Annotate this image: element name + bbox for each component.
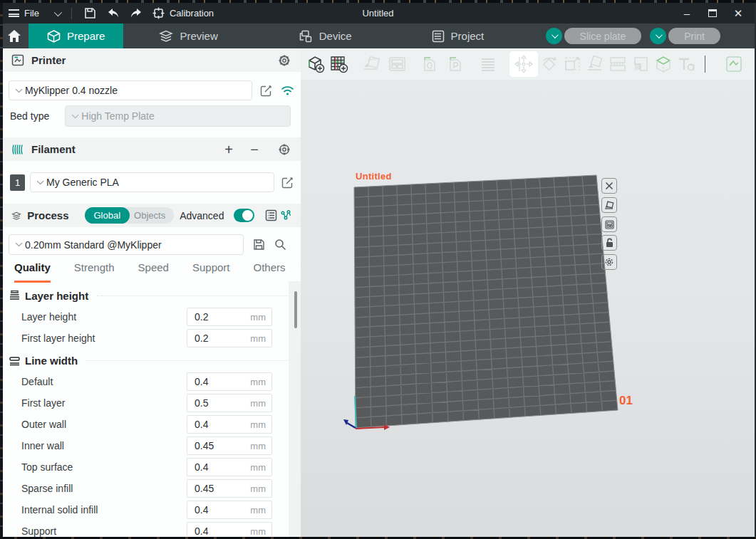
- toggle-knob: [242, 210, 253, 221]
- redo-icon: [129, 8, 143, 19]
- setting-unit: mm: [250, 377, 266, 387]
- setting-unit: mm: [250, 483, 266, 494]
- edit-printer-button[interactable]: [258, 83, 274, 98]
- chevron-down-icon: [16, 85, 23, 93]
- outer-wall-line-width-input[interactable]: 0.4 mm: [187, 415, 272, 434]
- maximize-button[interactable]: [705, 6, 720, 21]
- advanced-label: Advanced: [180, 210, 224, 221]
- arrange-plate-button[interactable]: [601, 216, 617, 232]
- slice-split-button: Slice plate: [546, 28, 642, 44]
- settings-scrollbar-track[interactable]: [289, 281, 301, 537]
- setting-row-layer-height: Layer height 0.2 mm: [21, 308, 272, 326]
- viewport-3d[interactable]: AUTO: [301, 48, 755, 537]
- lock-plate-button[interactable]: [601, 235, 617, 251]
- setting-label: First layer height: [21, 333, 187, 344]
- minimize-button[interactable]: –: [679, 6, 695, 21]
- build-plate[interactable]: [301, 48, 755, 537]
- setting-unit: mm: [250, 419, 266, 430]
- process-preset-select[interactable]: 0.20mm Standard @MyKlipper: [9, 234, 244, 255]
- delete-plate-button[interactable]: [601, 178, 617, 194]
- project-icon: [432, 30, 445, 43]
- save-preset-button[interactable]: [251, 237, 266, 253]
- undo-button[interactable]: [104, 6, 123, 21]
- first-layer-height-input[interactable]: 0.2 mm: [187, 329, 272, 347]
- setting-value: 0.4: [195, 461, 250, 473]
- plate-name-label[interactable]: Untitled: [356, 171, 392, 182]
- printer-preset-select[interactable]: MyKlipper 0.4 nozzle: [9, 80, 252, 100]
- setting-unit: mm: [250, 333, 266, 344]
- default-line-width-input[interactable]: 0.4 mm: [187, 372, 272, 391]
- x-icon: [605, 182, 613, 190]
- sidebar-panel: Printer MyKlipper 0.4 nozzle: [3, 48, 301, 537]
- tab-strength[interactable]: Strength: [74, 261, 115, 283]
- process-tabs: Quality Strength Speed Support Others: [14, 261, 289, 283]
- calibration-button[interactable]: Calibration: [152, 3, 214, 23]
- filament-preset-select[interactable]: My Generic PLA: [30, 172, 274, 192]
- tab-support[interactable]: Support: [192, 261, 230, 283]
- slice-plate-button[interactable]: Slice plate: [564, 28, 642, 44]
- remove-filament-button[interactable]: −: [245, 142, 264, 157]
- print-button[interactable]: Print: [668, 28, 720, 44]
- chevron-down-icon: [72, 111, 79, 118]
- close-button[interactable]: ✕: [730, 6, 746, 21]
- chevron-down-icon: [656, 31, 663, 38]
- tab-preview-label: Preview: [180, 30, 217, 42]
- setting-row-sparse-infill: Sparse infill 0.45 mm: [21, 479, 272, 498]
- first-layer-line-width-input[interactable]: 0.5 mm: [187, 394, 272, 412]
- setting-value: 0.4: [195, 419, 250, 430]
- home-button[interactable]: [0, 23, 29, 48]
- top-surface-line-width-input[interactable]: 0.4 mm: [187, 458, 272, 476]
- print-dropdown-button[interactable]: [650, 28, 666, 44]
- layer-height-input[interactable]: 0.2 mm: [187, 308, 272, 326]
- tab-quality[interactable]: Quality: [14, 261, 51, 283]
- slice-dropdown-button[interactable]: [546, 28, 562, 44]
- filament-settings-button[interactable]: [276, 142, 292, 157]
- setting-row-support: Support 0.4 mm: [21, 522, 272, 537]
- chevron-down-icon: [16, 239, 23, 246]
- settings-scrollbar-thumb[interactable]: [294, 291, 297, 328]
- global-segment[interactable]: Global: [85, 207, 130, 224]
- save-button[interactable]: [81, 6, 100, 21]
- setting-unit: mm: [250, 441, 266, 451]
- setting-value: 0.4: [195, 504, 250, 516]
- tab-device[interactable]: Device: [281, 23, 371, 48]
- internal-solid-infill-line-width-input[interactable]: 0.4 mm: [187, 501, 272, 519]
- global-objects-toggle[interactable]: Global Objects: [85, 207, 175, 224]
- add-filament-button[interactable]: +: [219, 142, 238, 157]
- prepare-icon: [47, 30, 61, 43]
- tab-others[interactable]: Others: [254, 261, 286, 283]
- filament-section-title: Filament: [31, 143, 76, 155]
- printer-settings-button[interactable]: [276, 53, 292, 68]
- tab-preview[interactable]: Preview: [140, 23, 236, 48]
- window-edge-top: [0, 0, 756, 3]
- tab-project[interactable]: Project: [413, 23, 503, 48]
- orient-plate-button[interactable]: [601, 197, 617, 213]
- tab-speed[interactable]: Speed: [138, 261, 169, 283]
- inner-wall-line-width-input[interactable]: 0.45 mm: [187, 436, 272, 455]
- search-settings-button[interactable]: [272, 237, 288, 253]
- support-line-width-input[interactable]: 0.4 mm: [187, 522, 272, 537]
- sparse-infill-line-width-input[interactable]: 0.45 mm: [187, 479, 272, 498]
- layer-height-icon: [9, 291, 21, 301]
- redo-button[interactable]: [127, 6, 145, 21]
- plate-settings-button[interactable]: [601, 254, 617, 270]
- bed-type-select[interactable]: High Temp Plate: [65, 105, 291, 127]
- tab-device-label: Device: [319, 30, 352, 42]
- objects-segment[interactable]: Objects: [130, 210, 174, 221]
- setting-row-top-surface: Top surface 0.4 mm: [21, 458, 272, 476]
- calibration-label: Calibration: [170, 8, 214, 19]
- edit-filament-button[interactable]: [279, 174, 295, 190]
- save-icon: [253, 239, 265, 251]
- printer-connection-button[interactable]: [279, 83, 295, 98]
- file-menu[interactable]: File: [9, 3, 60, 23]
- plate-actions: Slice plate Print: [546, 23, 756, 48]
- setting-row-inner-wall: Inner wall 0.45 mm: [21, 436, 272, 455]
- compare-presets-button[interactable]: [280, 208, 292, 224]
- advanced-toggle[interactable]: [234, 209, 254, 222]
- parameter-table-button[interactable]: [264, 208, 276, 224]
- file-menu-label: File: [24, 8, 39, 19]
- tab-prepare[interactable]: Prepare: [29, 23, 123, 48]
- filament-index-badge[interactable]: 1: [10, 174, 25, 191]
- setting-unit: mm: [250, 312, 266, 323]
- preview-icon: [159, 30, 173, 43]
